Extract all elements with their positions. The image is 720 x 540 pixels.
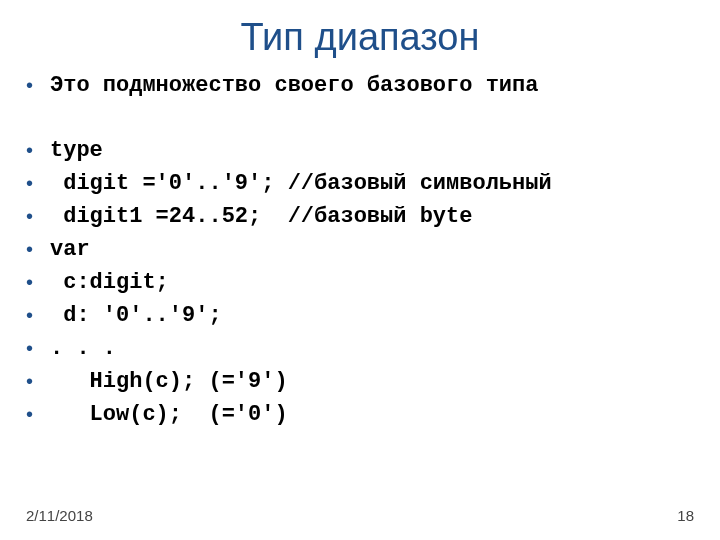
code-text: d: '0'..'9'; — [50, 299, 222, 332]
code-line: • . . . — [26, 332, 694, 365]
code-text: var — [50, 233, 90, 266]
bullet-icon: • — [26, 233, 50, 266]
bullet-icon: • — [26, 69, 50, 102]
code-text: type — [50, 134, 103, 167]
bullet-icon: • — [26, 299, 50, 332]
code-line: • digit ='0'..'9'; //базовый символьный — [26, 167, 694, 200]
code-line: • d: '0'..'9'; — [26, 299, 694, 332]
bullet-icon: • — [26, 167, 50, 200]
code-text: digit ='0'..'9'; //базовый символьный — [50, 167, 552, 200]
bullet-icon: • — [26, 398, 50, 431]
bullet-icon: • — [26, 332, 50, 365]
code-text: c:digit; — [50, 266, 169, 299]
intro-line: • Это подмножество своего базового типа — [26, 69, 694, 102]
code-text: . . . — [50, 332, 116, 365]
intro-text: Это подмножество своего базового типа — [50, 69, 538, 102]
gap — [26, 102, 694, 134]
bullet-icon: • — [26, 365, 50, 398]
code-text: High(c); (='9') — [50, 365, 288, 398]
slide-body: • Это подмножество своего базового типа … — [0, 69, 720, 431]
code-line: • type — [26, 134, 694, 167]
bullet-icon: • — [26, 200, 50, 233]
code-text: Low(c); (='0') — [50, 398, 288, 431]
slide-footer: 2/11/2018 18 — [26, 507, 694, 524]
code-line: • var — [26, 233, 694, 266]
bullet-icon: • — [26, 134, 50, 167]
slide-title: Тип диапазон — [0, 0, 720, 69]
code-line: • c:digit; — [26, 266, 694, 299]
code-text: digit1 =24..52; //базовый byte — [50, 200, 472, 233]
code-line: • Low(c); (='0') — [26, 398, 694, 431]
footer-page-number: 18 — [677, 507, 694, 524]
bullet-icon: • — [26, 266, 50, 299]
footer-date: 2/11/2018 — [26, 507, 93, 524]
code-line: • digit1 =24..52; //базовый byte — [26, 200, 694, 233]
code-line: • High(c); (='9') — [26, 365, 694, 398]
